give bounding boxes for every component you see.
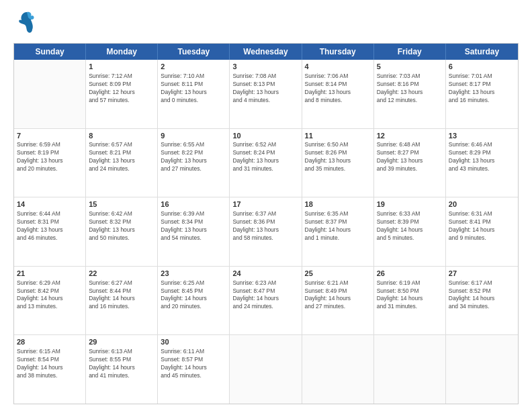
day-info: Sunrise: 6:13 AM Sunset: 8:55 PM Dayligh…: [89, 348, 154, 380]
day-cell-1: 1Sunrise: 7:12 AM Sunset: 8:09 PM Daylig…: [86, 60, 158, 128]
day-cell-empty: [230, 335, 302, 404]
day-cell-11: 11Sunrise: 6:50 AM Sunset: 8:26 PM Dayli…: [302, 129, 374, 197]
day-cell-15: 15Sunrise: 6:42 AM Sunset: 8:32 PM Dayli…: [86, 197, 158, 266]
day-cell-2: 2Sunrise: 7:10 AM Sunset: 8:11 PM Daylig…: [158, 60, 230, 128]
day-number: 9: [161, 131, 226, 141]
day-info: Sunrise: 7:01 AM Sunset: 8:17 PM Dayligh…: [449, 73, 515, 105]
day-cell-30: 30Sunrise: 6:11 AM Sunset: 8:57 PM Dayli…: [158, 335, 230, 404]
weekday-header-wednesday: Wednesday: [230, 44, 302, 60]
weekday-header-friday: Friday: [374, 44, 446, 60]
day-cell-20: 20Sunrise: 6:31 AM Sunset: 8:41 PM Dayli…: [446, 197, 518, 266]
day-info: Sunrise: 6:17 AM Sunset: 8:52 PM Dayligh…: [449, 279, 515, 312]
day-info: Sunrise: 6:37 AM Sunset: 8:36 PM Dayligh…: [232, 210, 298, 242]
day-number: 22: [89, 269, 154, 279]
day-info: Sunrise: 6:50 AM Sunset: 8:26 PM Dayligh…: [305, 141, 371, 173]
day-cell-9: 9Sunrise: 6:55 AM Sunset: 8:22 PM Daylig…: [158, 129, 230, 197]
day-info: Sunrise: 6:29 AM Sunset: 8:42 PM Dayligh…: [17, 279, 83, 312]
day-cell-13: 13Sunrise: 6:46 AM Sunset: 8:29 PM Dayli…: [446, 129, 518, 197]
weekday-header-tuesday: Tuesday: [158, 44, 230, 60]
logo: [13, 11, 36, 38]
day-number: 7: [17, 131, 83, 141]
day-cell-empty: [14, 60, 86, 128]
day-number: 16: [161, 199, 226, 210]
day-info: Sunrise: 6:31 AM Sunset: 8:41 PM Dayligh…: [449, 210, 515, 242]
weekday-header-thursday: Thursday: [302, 44, 374, 60]
day-info: Sunrise: 6:42 AM Sunset: 8:32 PM Dayligh…: [89, 210, 154, 242]
day-cell-16: 16Sunrise: 6:39 AM Sunset: 8:34 PM Dayli…: [158, 197, 230, 266]
day-cell-22: 22Sunrise: 6:27 AM Sunset: 8:44 PM Dayli…: [86, 267, 158, 335]
page: SundayMondayTuesdayWednesdayThursdayFrid…: [0, 0, 532, 411]
day-info: Sunrise: 7:10 AM Sunset: 8:11 PM Dayligh…: [161, 73, 226, 105]
calendar-row-2: 7Sunrise: 6:59 AM Sunset: 8:19 PM Daylig…: [14, 129, 518, 198]
day-number: 15: [89, 199, 154, 210]
day-info: Sunrise: 6:33 AM Sunset: 8:39 PM Dayligh…: [377, 210, 443, 242]
day-number: 30: [161, 337, 226, 347]
weekday-header-sunday: Sunday: [14, 44, 86, 60]
day-number: 20: [449, 199, 515, 210]
day-cell-23: 23Sunrise: 6:25 AM Sunset: 8:45 PM Dayli…: [158, 267, 230, 335]
day-cell-25: 25Sunrise: 6:21 AM Sunset: 8:49 PM Dayli…: [302, 267, 374, 335]
day-info: Sunrise: 6:52 AM Sunset: 8:24 PM Dayligh…: [232, 141, 298, 173]
day-cell-28: 28Sunrise: 6:15 AM Sunset: 8:54 PM Dayli…: [14, 335, 86, 404]
weekday-header-saturday: Saturday: [446, 44, 518, 60]
day-number: 10: [232, 131, 298, 141]
weekday-header-monday: Monday: [86, 44, 158, 60]
day-info: Sunrise: 6:27 AM Sunset: 8:44 PM Dayligh…: [89, 279, 154, 312]
day-info: Sunrise: 7:06 AM Sunset: 8:14 PM Dayligh…: [305, 73, 371, 105]
day-info: Sunrise: 6:15 AM Sunset: 8:54 PM Dayligh…: [17, 348, 83, 380]
day-cell-21: 21Sunrise: 6:29 AM Sunset: 8:42 PM Dayli…: [14, 267, 86, 335]
day-cell-empty: [302, 335, 374, 404]
day-number: 19: [377, 199, 443, 210]
calendar-row-4: 21Sunrise: 6:29 AM Sunset: 8:42 PM Dayli…: [14, 267, 518, 336]
day-number: 28: [17, 337, 83, 347]
day-cell-3: 3Sunrise: 7:08 AM Sunset: 8:13 PM Daylig…: [230, 60, 302, 128]
day-number: 1: [89, 62, 154, 72]
day-number: 18: [305, 199, 371, 210]
day-cell-12: 12Sunrise: 6:48 AM Sunset: 8:27 PM Dayli…: [374, 129, 446, 197]
day-number: 26: [377, 269, 443, 279]
day-cell-27: 27Sunrise: 6:17 AM Sunset: 8:52 PM Dayli…: [446, 267, 518, 335]
day-info: Sunrise: 6:23 AM Sunset: 8:47 PM Dayligh…: [232, 279, 298, 312]
day-info: Sunrise: 6:55 AM Sunset: 8:22 PM Dayligh…: [161, 141, 226, 173]
day-cell-14: 14Sunrise: 6:44 AM Sunset: 8:31 PM Dayli…: [14, 197, 86, 266]
calendar-body: 1Sunrise: 7:12 AM Sunset: 8:09 PM Daylig…: [14, 60, 518, 404]
day-info: Sunrise: 6:46 AM Sunset: 8:29 PM Dayligh…: [449, 141, 515, 173]
day-cell-18: 18Sunrise: 6:35 AM Sunset: 8:37 PM Dayli…: [302, 197, 374, 266]
day-number: 6: [449, 62, 515, 72]
day-number: 4: [305, 62, 371, 72]
header: [13, 11, 519, 38]
day-info: Sunrise: 6:25 AM Sunset: 8:45 PM Dayligh…: [161, 279, 226, 312]
day-cell-5: 5Sunrise: 7:03 AM Sunset: 8:16 PM Daylig…: [374, 60, 446, 128]
day-number: 21: [17, 269, 83, 279]
day-info: Sunrise: 7:08 AM Sunset: 8:13 PM Dayligh…: [232, 73, 298, 105]
day-number: 14: [17, 199, 83, 210]
calendar-header: SundayMondayTuesdayWednesdayThursdayFrid…: [14, 44, 518, 60]
day-number: 13: [449, 131, 515, 141]
day-cell-29: 29Sunrise: 6:13 AM Sunset: 8:55 PM Dayli…: [86, 335, 158, 404]
day-info: Sunrise: 6:59 AM Sunset: 8:19 PM Dayligh…: [17, 141, 83, 173]
day-cell-19: 19Sunrise: 6:33 AM Sunset: 8:39 PM Dayli…: [374, 197, 446, 266]
day-info: Sunrise: 6:11 AM Sunset: 8:57 PM Dayligh…: [161, 348, 226, 380]
day-info: Sunrise: 6:39 AM Sunset: 8:34 PM Dayligh…: [161, 210, 226, 242]
day-info: Sunrise: 6:21 AM Sunset: 8:49 PM Dayligh…: [305, 279, 371, 312]
calendar-row-3: 14Sunrise: 6:44 AM Sunset: 8:31 PM Dayli…: [14, 197, 518, 267]
day-cell-4: 4Sunrise: 7:06 AM Sunset: 8:14 PM Daylig…: [302, 60, 374, 128]
day-number: 12: [377, 131, 443, 141]
day-cell-17: 17Sunrise: 6:37 AM Sunset: 8:36 PM Dayli…: [230, 197, 302, 266]
day-number: 2: [161, 62, 226, 72]
day-info: Sunrise: 6:57 AM Sunset: 8:21 PM Dayligh…: [89, 141, 154, 173]
day-number: 24: [232, 269, 298, 279]
day-number: 8: [89, 131, 154, 141]
day-number: 27: [449, 269, 515, 279]
day-number: 29: [89, 337, 154, 347]
day-cell-24: 24Sunrise: 6:23 AM Sunset: 8:47 PM Dayli…: [230, 267, 302, 335]
day-cell-26: 26Sunrise: 6:19 AM Sunset: 8:50 PM Dayli…: [374, 267, 446, 335]
day-cell-10: 10Sunrise: 6:52 AM Sunset: 8:24 PM Dayli…: [230, 129, 302, 197]
day-info: Sunrise: 6:35 AM Sunset: 8:37 PM Dayligh…: [305, 210, 371, 242]
day-info: Sunrise: 6:44 AM Sunset: 8:31 PM Dayligh…: [17, 210, 83, 242]
logo-bird-icon: [17, 11, 36, 35]
calendar-row-1: 1Sunrise: 7:12 AM Sunset: 8:09 PM Daylig…: [14, 60, 518, 129]
day-cell-empty: [446, 335, 518, 404]
day-number: 17: [232, 199, 298, 210]
day-number: 5: [377, 62, 443, 72]
